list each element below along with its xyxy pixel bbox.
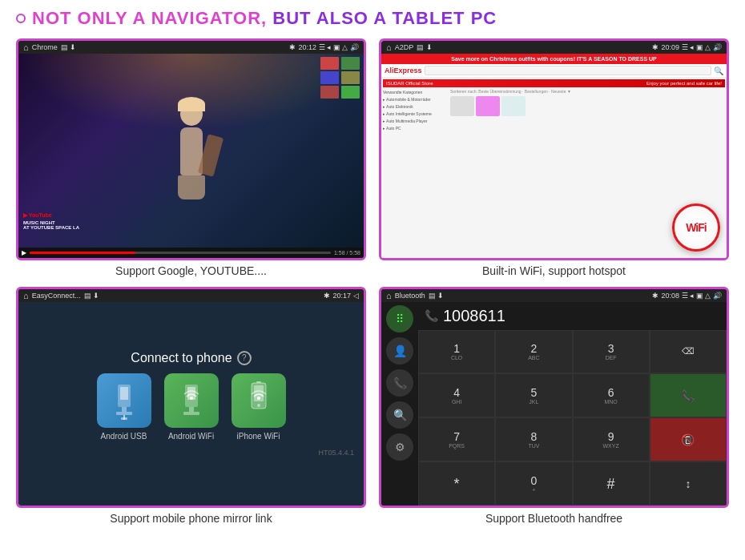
ec-time: 20:17 bbox=[332, 292, 351, 300]
cell-chrome: ⌂ Chrome ▤ ⬇ ✱ 20:12 ☰ ◂ ▣ △ 🔊 bbox=[10, 34, 372, 282]
ali-products: Sortieren nach: Beste Übereinstimmung · … bbox=[450, 89, 725, 132]
android-usb-label: Android USB bbox=[101, 432, 147, 441]
key-7[interactable]: 7PQRS bbox=[418, 417, 495, 461]
svg-point-14 bbox=[257, 404, 260, 407]
key-3[interactable]: 3DEF bbox=[573, 330, 650, 374]
bluetooth-screen-frame: ⌂ Bluetooth ▤ ⬇ ✱ 20:08 ☰ ◂ ▣ △ 🔊 ⠿ 👤 📞 bbox=[379, 287, 729, 509]
ali-icons: ▤ ⬇ bbox=[417, 43, 433, 51]
ec-version: HT05.4.4.1 bbox=[318, 449, 357, 457]
bt-keypad: 1CLO 2ABC 3DEF ⌫ 4GHI 5JKL 6MNO 📞 7PQRS … bbox=[418, 330, 727, 506]
bt-sidebar: ⠿ 👤 📞 🔍 ⚙ bbox=[381, 302, 418, 506]
cell-easyconnect: ⌂ EasyConnect... ▤ ⬇ ✱ 20:17 ◁ Connect t… bbox=[10, 282, 372, 530]
bt-bt-icon: ✱ bbox=[652, 292, 658, 300]
bt-status-bar: ⌂ Bluetooth ▤ ⬇ ✱ 20:08 ☰ ◂ ▣ △ 🔊 bbox=[381, 289, 727, 302]
key-4[interactable]: 4GHI bbox=[418, 373, 495, 417]
bt-header-icons: ▤ ⬇ bbox=[429, 292, 445, 300]
ali-home-icon: ⌂ bbox=[386, 42, 392, 52]
ali-status-bar: ⌂ A2DP ▤ ⬇ ✱ 20:09 ☰ ◂ ▣ △ 🔊 bbox=[381, 41, 727, 54]
ali-search-icon[interactable]: 🔍 bbox=[714, 66, 723, 75]
bt-dialpad-btn[interactable]: ⠿ bbox=[386, 305, 413, 332]
video-progress-bar[interactable]: ▶ 1:58 / 5:58 bbox=[18, 248, 364, 258]
key-delete[interactable]: ⌫ bbox=[650, 330, 727, 374]
bt-main: 📞 1008611 1CLO 2ABC 3DEF ⌫ 4GHI 5JKL 6MN… bbox=[418, 302, 727, 506]
bt-call-btn[interactable]: 📞 bbox=[386, 369, 413, 397]
android-wifi-label: Android WiFi bbox=[168, 432, 214, 441]
ali-sidebar: Verwandte Kategorien ▸ Automobile & Moto… bbox=[383, 89, 447, 132]
headline: NOT ONLY A NAVIGATOR, BUT ALSO A TABLET … bbox=[32, 8, 497, 29]
ec-title: Connect to phone ? bbox=[131, 351, 251, 365]
bt-status-icons: ☰ ◂ ▣ △ 🔊 bbox=[682, 292, 722, 300]
android-wifi-icon-box bbox=[164, 373, 219, 428]
bt-body: ⠿ 👤 📞 🔍 ⚙ 📞 1008611 1CLO 2ABC bbox=[381, 302, 727, 506]
headline-part2: BUT ALSO A TABLET PC bbox=[272, 8, 497, 28]
svg-point-15 bbox=[257, 397, 260, 400]
ec-body: Connect to phone ? bbox=[18, 302, 364, 506]
ali-time: 20:09 bbox=[661, 43, 679, 51]
ali-isudar-bar: ISUDAR Official Store Enjoy your perfect… bbox=[383, 79, 725, 87]
svg-rect-1 bbox=[120, 387, 128, 400]
concert-stage: ▶ YouTube MUSIC NIGHTAT YOUTUBE SPACE LA bbox=[18, 54, 364, 248]
svg-rect-8 bbox=[189, 407, 194, 412]
key-call[interactable]: 📞 bbox=[650, 373, 727, 417]
svg-rect-2 bbox=[122, 407, 127, 412]
aliexpress-logo: AliExpress bbox=[385, 66, 422, 75]
concert-video: ▶ YouTube MUSIC NIGHTAT YOUTUBE SPACE LA bbox=[18, 54, 364, 248]
key-6[interactable]: 6MNO bbox=[573, 373, 650, 417]
ali-search-box[interactable] bbox=[425, 66, 711, 75]
key-5[interactable]: 5JKL bbox=[495, 373, 572, 417]
bt-settings-btn[interactable]: ⚙ bbox=[386, 433, 413, 461]
thumbnail-grid bbox=[320, 57, 360, 99]
bt-search-btn[interactable]: 🔍 bbox=[386, 401, 413, 429]
bt-home-icon: ⌂ bbox=[386, 291, 392, 300]
svg-rect-3 bbox=[116, 412, 132, 415]
ali-app-label: A2DP bbox=[395, 43, 414, 51]
chrome-time: 20:12 bbox=[298, 43, 316, 51]
svg-point-10 bbox=[190, 397, 193, 400]
key-0[interactable]: 0+ bbox=[495, 461, 572, 506]
ec-app-label: EasyConnect... bbox=[32, 292, 81, 300]
key-end[interactable]: 📵 bbox=[650, 417, 727, 461]
headline-part1: NOT ONLY A NAVIGATOR, bbox=[32, 8, 267, 28]
chrome-status-icons: ☰ ◂ ▣ △ 🔊 bbox=[319, 43, 359, 51]
key-2[interactable]: 2ABC bbox=[495, 330, 572, 374]
ec-icons-row: Android USB bbox=[97, 373, 286, 441]
android-usb-svg bbox=[108, 381, 140, 421]
ali-body: ISUDAR Official Store Enjoy your perfect… bbox=[381, 78, 727, 258]
key-swap[interactable]: ↕ bbox=[650, 461, 727, 506]
help-icon[interactable]: ? bbox=[237, 351, 252, 365]
iphone-wifi-item[interactable]: iPhone WiFi bbox=[232, 373, 286, 441]
play-button[interactable]: ▶ bbox=[22, 249, 26, 256]
ali-category-list: Verwandte Kategorien ▸ Automobile & Moto… bbox=[383, 89, 447, 132]
android-wifi-item[interactable]: Android WiFi bbox=[164, 373, 219, 441]
wifi-label: WiFi bbox=[686, 221, 706, 234]
aliexpress-screen-frame: ⌂ A2DP ▤ ⬇ ✱ 20:09 ☰ ◂ ▣ △ 🔊 Save more o… bbox=[379, 38, 729, 260]
key-hash[interactable]: # bbox=[573, 461, 650, 506]
wifi-badge: WiFi bbox=[672, 203, 720, 252]
android-usb-icon-box bbox=[97, 373, 151, 428]
key-star[interactable]: * bbox=[418, 461, 495, 506]
key-8[interactable]: 8TUV bbox=[495, 417, 572, 461]
android-wifi-svg bbox=[175, 381, 207, 421]
ali-content-area: Verwandte Kategorien ▸ Automobile & Moto… bbox=[383, 89, 725, 132]
ec-icons: ▤ ⬇ bbox=[84, 292, 100, 300]
ali-product-grid bbox=[450, 96, 725, 116]
home-icon: ⌂ bbox=[23, 42, 29, 52]
key-1[interactable]: 1CLO bbox=[418, 330, 495, 374]
key-9[interactable]: 9WXYZ bbox=[573, 417, 650, 461]
youtube-label: ▶ YouTube MUSIC NIGHTAT YOUTUBE SPACE LA bbox=[23, 206, 79, 230]
main-grid: ⌂ Chrome ▤ ⬇ ✱ 20:12 ☰ ◂ ▣ △ 🔊 bbox=[0, 34, 745, 536]
progress-bar bbox=[30, 252, 331, 254]
ec-home-icon: ⌂ bbox=[23, 291, 29, 300]
bt-contacts-btn[interactable]: 👤 bbox=[386, 337, 413, 365]
ali-header: AliExpress 🔍 bbox=[381, 64, 727, 78]
svg-rect-5 bbox=[121, 417, 127, 420]
chrome-app-label: Chrome bbox=[32, 43, 58, 51]
ali-banner: Save more on Christmas outfits with coup… bbox=[381, 54, 727, 64]
chrome-bt-icon: ✱ bbox=[289, 43, 296, 51]
bt-number-display: 📞 1008611 bbox=[418, 302, 727, 330]
easyconnect-caption: Support mobile phone mirror link bbox=[110, 512, 272, 525]
svg-rect-13 bbox=[256, 381, 261, 383]
chrome-caption: Support Google, YOUTUBE.... bbox=[115, 264, 267, 277]
android-usb-item[interactable]: Android USB bbox=[97, 373, 151, 441]
bt-dialed-number: 1008611 bbox=[443, 307, 505, 325]
